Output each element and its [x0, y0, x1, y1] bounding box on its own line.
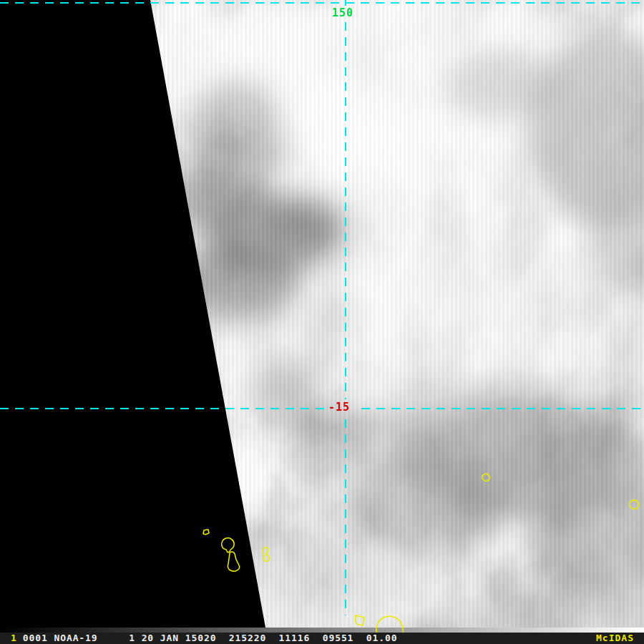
- satellite-image-canvas[interactable]: 150 -15: [0, 0, 644, 633]
- frame-number: 1: [11, 633, 17, 644]
- mcidas-window: 150 -15 1 0001 NOAA-19 1 20 JAN 15020 21…: [0, 0, 644, 644]
- longitude-label: 150: [332, 6, 353, 19]
- image-info-text: 0001 NOAA-19 1 20 JAN 15020 215220 11116…: [23, 633, 398, 644]
- mcidas-brand-label: McIDAS: [596, 633, 634, 644]
- status-bar: 1 0001 NOAA-19 1 20 JAN 15020 215220 111…: [0, 633, 644, 644]
- latitude-label: -15: [328, 401, 350, 414]
- satellite-image-svg: [0, 0, 644, 633]
- grayscale-wedge: [0, 628, 644, 633]
